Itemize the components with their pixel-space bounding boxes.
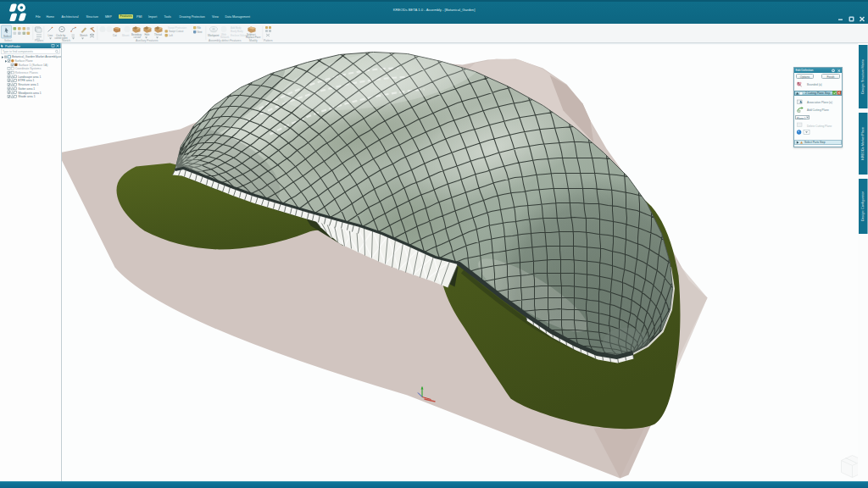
svg-text:Pattern: Pattern	[264, 39, 273, 42]
svg-text:Booly Body: Booly Body	[231, 30, 243, 33]
svg-text:Loft: Loft	[169, 34, 173, 37]
svg-text:Thread: Thread	[154, 33, 162, 36]
svg-text:Line: Line	[48, 33, 53, 36]
svg-text:Surface 1 (Surface 1A): Surface 1 (Surface 1A)	[19, 64, 48, 67]
svg-text:Select: Select	[4, 39, 12, 42]
svg-text:Hole: Hole	[145, 33, 150, 36]
svg-text:Assembly-defect Features: Assembly-defect Features	[209, 39, 242, 42]
svg-text:Sketch: Sketch	[80, 33, 88, 36]
svg-text:Rib: Rib	[198, 26, 202, 30]
svg-text:Swept Protrusion: Swept Protrusion	[168, 25, 186, 29]
svg-text:Cut: Cut	[113, 33, 117, 36]
svg-text:Landscape area 1: Landscape area 1	[18, 75, 41, 79]
svg-text:Woodposts area 1: Woodposts area 1	[18, 92, 42, 95]
svg-text:Workpoint: Workpoint	[208, 33, 220, 36]
svg-text:Design: Configurator: Design: Configurator	[861, 191, 865, 221]
svg-text:Auxiliary Features: Auxiliary Features	[136, 39, 159, 42]
svg-text:PathFinder: PathFinder	[5, 44, 21, 47]
svg-text:Mount: Mount	[122, 33, 130, 36]
svg-text:Coordinate Systems: Coordinate Systems	[15, 67, 42, 70]
svg-text:Botanical_Garden Market Assemb: Botanical_Garden Market Assembly.asm	[12, 55, 61, 58]
svg-text:ETFE area 1: ETFE area 1	[18, 79, 34, 82]
svg-text:KREODs Market Place: KREODs Market Place	[861, 127, 865, 160]
svg-text:Shade area 1: Shade area 1	[18, 95, 35, 98]
svg-text:Sketch: Sketch	[62, 39, 70, 42]
svg-text:Reference Planes: Reference Planes	[15, 71, 38, 75]
svg-text:Surface Plane: Surface Plane	[14, 59, 32, 63]
svg-text:Design: Structure Matrix: Design: Structure Matrix	[861, 59, 865, 94]
svg-text:Modify: Modify	[249, 39, 258, 42]
svg-text:Add Body: Add Body	[231, 25, 242, 29]
svg-text:Vent: Vent	[198, 30, 203, 34]
svg-text:Planes: Planes	[35, 39, 43, 42]
svg-text:Structure area 1: Structure area 1	[18, 83, 38, 86]
svg-text:Select: Select	[3, 34, 11, 37]
svg-text:Swept Cutout: Swept Cutout	[169, 30, 184, 33]
svg-text:Type to find components: Type to find components	[3, 50, 33, 53]
svg-text:Gutter area 1: Gutter area 1	[18, 87, 35, 91]
